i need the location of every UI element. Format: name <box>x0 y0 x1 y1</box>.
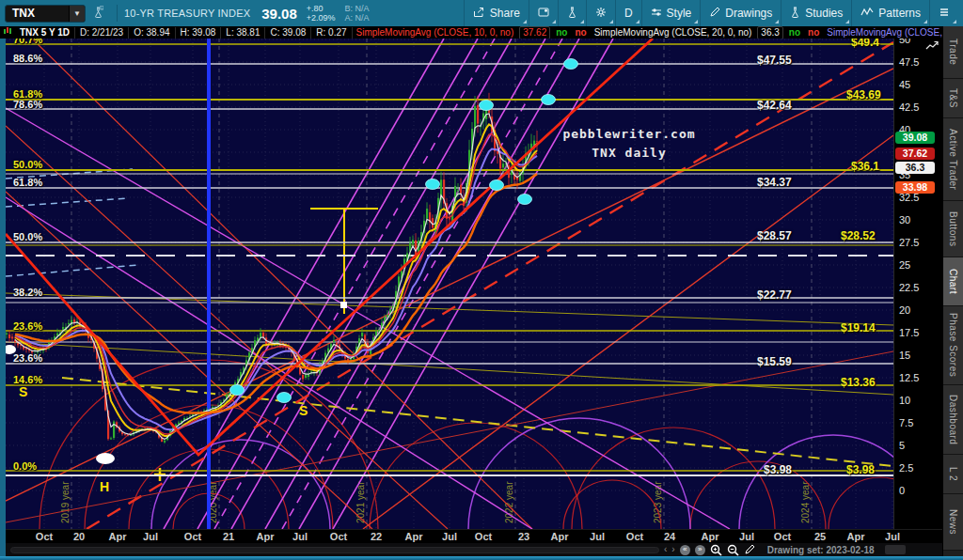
beaker-icon <box>790 7 800 20</box>
grid <box>6 39 893 529</box>
fast-rewind-icon[interactable]: « <box>680 545 690 555</box>
cyan-target-dot <box>480 101 494 111</box>
status-menu-button[interactable] <box>885 545 906 554</box>
drawings-button[interactable]: Drawings <box>700 0 781 26</box>
price-target-label: $3.98 <box>846 463 875 476</box>
watermark-line1: pebblewriter.com <box>559 127 700 141</box>
price-target-label: $36.1 <box>851 160 879 173</box>
time-label: 23 <box>510 531 538 542</box>
cyan-target-dot <box>426 179 440 190</box>
harmonic-label: H <box>100 479 109 494</box>
time-axis[interactable]: Oct20AprJulOct21AprJulOct22AprJulOct23Ap… <box>6 529 942 543</box>
price-tick: 42.5 <box>899 101 919 113</box>
time-label: 25 <box>806 531 834 542</box>
fib-label: 50.0% <box>13 159 42 170</box>
price-tick: 45 <box>899 79 910 90</box>
white-circle-marker <box>96 453 115 464</box>
zoom-in-icon[interactable] <box>710 544 722 556</box>
menu-icon <box>939 7 950 20</box>
cyan-target-dot <box>518 194 532 205</box>
study-token[interactable]: no <box>552 27 571 39</box>
fib-label: 70.7% <box>13 39 42 45</box>
price-target-label: $3.98 <box>764 463 792 476</box>
sidebar-tab-phase-scores[interactable]: Phase Scores <box>943 306 963 385</box>
price-tick: 7.5 <box>899 417 913 428</box>
price-target-label: $15.59 <box>757 355 792 368</box>
sidebar-tab-l-2[interactable]: L 2 <box>943 455 963 494</box>
sidebar-tab-buttons[interactable]: Buttons <box>943 201 963 257</box>
symbol-combo[interactable]: TNX ▼ <box>5 5 86 23</box>
drawing-set-label[interactable]: Drawing set: 2023-02-18 <box>767 545 875 555</box>
study-token[interactable]: 37.62 <box>519 26 550 39</box>
symbol-text: TNX <box>6 7 69 20</box>
last-price: 39.08 <box>261 6 297 22</box>
chart-expand-icon[interactable] <box>925 39 939 56</box>
note-button[interactable] <box>529 0 558 26</box>
study-token[interactable]: no <box>785 27 804 39</box>
time-label: Jul <box>286 531 314 542</box>
time-label: Apr <box>545 531 574 542</box>
study-token[interactable]: SimpleMovingAvg (CLOSE, 10, 0, no) <box>353 27 518 39</box>
price-target-label: $47.55 <box>757 54 792 67</box>
instrument-name: 10-YR TREASURY INDEX <box>124 8 250 19</box>
change-percent: +2.09% <box>307 13 336 23</box>
time-label: Apr <box>251 531 279 542</box>
pan-left-icon[interactable]: ‹ <box>664 545 667 554</box>
price-axis[interactable]: 5047.54542.54037.53532.53027.52522.52017… <box>893 39 942 529</box>
chart-drawing-layer[interactable]: 2019 year2020 year2021 year2022 year2023… <box>6 39 893 529</box>
flask-button[interactable] <box>558 0 586 26</box>
sidebar-tab-trade[interactable]: Trade <box>943 26 963 79</box>
button-label: Drawings <box>725 7 772 20</box>
price-target-label: $19.14 <box>841 321 876 334</box>
fib-label: 88.6% <box>13 53 42 64</box>
sidebar-tab-dashboard[interactable]: Dashboard <box>943 385 963 455</box>
draw-pencil-icon[interactable] <box>744 544 755 555</box>
study-token[interactable]: 36.3 <box>757 26 782 39</box>
time-label: Jul <box>435 531 464 542</box>
patterns-button[interactable]: Patterns <box>851 0 929 26</box>
study-token[interactable]: no <box>571 27 590 39</box>
study-token[interactable]: SimpleMovingAvg (CLOSE,... <box>823 27 942 39</box>
right-gadget-tabs: TradeT&SActive TraderButtonsChartPhase S… <box>942 26 963 556</box>
change-value: +.80 <box>307 4 336 13</box>
price-tick: 22.5 <box>899 282 919 293</box>
time-label: Oct <box>469 531 497 542</box>
sidebar-tab-t-s[interactable]: T&S <box>943 79 963 118</box>
price-target-label: $34.37 <box>757 176 792 189</box>
time-label: Oct <box>324 531 353 542</box>
price-tick: 25 <box>899 259 910 271</box>
d-button[interactable]: D <box>615 0 641 26</box>
sidebar-tab-chart[interactable]: Chart <box>943 257 963 306</box>
price-tick: 12.5 <box>899 372 919 383</box>
time-label: 24 <box>655 531 684 542</box>
share-button[interactable]: Share <box>464 0 529 26</box>
sidebar-tab-news[interactable]: News <box>943 494 963 551</box>
study-token[interactable]: SimpleMovingAvg (CLOSE, 20, 0, no) <box>591 27 756 39</box>
change-block: +.80 +2.09% <box>307 4 336 23</box>
scroll-track[interactable] <box>10 547 659 553</box>
beaker-icon[interactable] <box>93 5 103 22</box>
sidebar-tab-active-trader[interactable]: Active Trader <box>943 118 963 201</box>
candlesticks <box>6 93 538 443</box>
menu-button[interactable] <box>929 0 958 26</box>
fast-forward-icon[interactable]: » <box>695 545 705 555</box>
time-label: Oct <box>768 531 797 542</box>
chevron-down-icon[interactable]: ▼ <box>69 6 85 22</box>
fib-label: 61.8% <box>13 177 42 188</box>
fib-label: 23.6% <box>13 320 42 332</box>
price-target-label: $42.64 <box>757 99 792 112</box>
study-token[interactable]: no <box>804 27 823 39</box>
price-tick: 30 <box>899 214 910 226</box>
pan-right-icon[interactable]: › <box>671 545 674 554</box>
price-chart-canvas[interactable]: 2019 year2020 year2021 year2022 year2023… <box>6 39 893 529</box>
gear-button[interactable] <box>586 0 615 26</box>
ohlc-field: R: 0.27 <box>311 27 352 39</box>
style-button[interactable]: Style <box>641 0 701 26</box>
cyan-target-dot <box>230 385 245 396</box>
price-bubble: 36.3 <box>895 162 935 174</box>
zoom-out-icon[interactable] <box>727 544 739 556</box>
window-edge-bottom <box>0 556 963 560</box>
studies-button[interactable]: Studies <box>781 0 851 26</box>
price-tick: 5 <box>899 440 905 451</box>
pitchfork-lines[interactable] <box>164 39 613 529</box>
